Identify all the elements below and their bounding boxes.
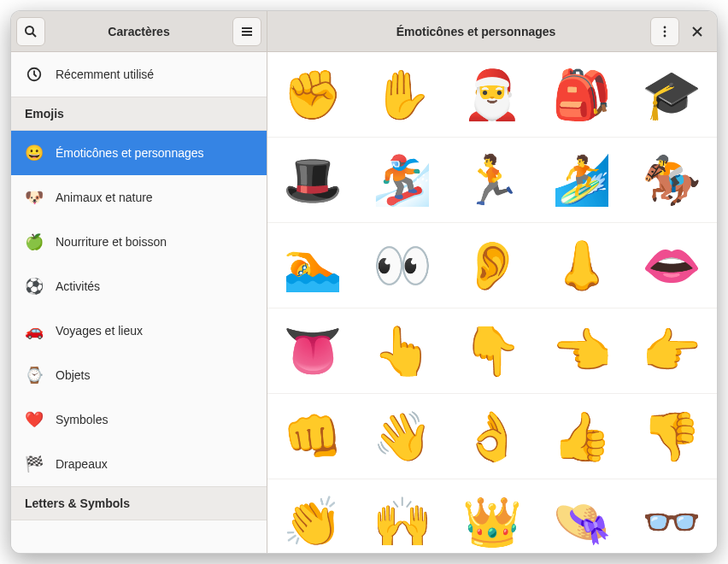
sidebar-item-label: Activités (56, 279, 100, 293)
emoji-cell[interactable]: 🏃 (447, 138, 537, 223)
app-window: Caractères Émoticônes et personnages Réc… (10, 10, 718, 554)
cat-animals[interactable]: 🐶Animaux et nature (11, 175, 267, 220)
cat-food[interactable]: 🍏Nourriture et boisson (11, 220, 267, 264)
emoji-cell[interactable]: 👋 (357, 394, 447, 479)
emoji-cell[interactable]: 👀 (357, 223, 447, 308)
sidebar-item-label: Drapeaux (56, 457, 108, 471)
emoji-grid: ✊✋🎅🎒🎓🎩🏂🏃🏄🏇🏊👀👂👃👄👅👆👇👈👉👊👋👌👍👎👏🙌👑👒👓 (267, 52, 717, 553)
svg-point-5 (664, 26, 666, 28)
close-icon (690, 25, 704, 38)
cat-travel[interactable]: 🚗Voyages et lieux (11, 308, 267, 353)
emoji-cell[interactable]: 👄 (627, 223, 717, 308)
emoji-cell[interactable]: 🙌 (357, 479, 447, 553)
cat-objects[interactable]: ⌚Objets (11, 353, 267, 397)
emoji-cell[interactable]: 👓 (627, 479, 717, 553)
sidebar-item-label: Objets (56, 368, 90, 382)
close-button[interactable] (683, 17, 712, 46)
headerbar: Caractères Émoticônes et personnages (11, 11, 717, 52)
sidebar-item-recent[interactable]: Récemment utilisé (11, 52, 267, 97)
cat-food-icon: 🍏 (25, 232, 44, 251)
svg-point-0 (26, 26, 33, 34)
sidebar-item-label: Émoticônes et personnages (56, 146, 204, 160)
emoji-cell[interactable]: 👌 (447, 394, 537, 479)
headerbar-content: Émoticônes et personnages (267, 11, 717, 51)
sidebar-section-letters: Letters & Symbols (11, 486, 267, 520)
svg-point-6 (664, 30, 666, 32)
cat-flags-icon: 🏁 (25, 455, 44, 473)
emoji-cell[interactable]: 👃 (537, 223, 627, 308)
sidebar-item-label: Nourriture et boisson (56, 235, 167, 249)
emoji-cell[interactable]: 🏄 (537, 138, 627, 223)
hamburger-icon (240, 25, 254, 38)
search-icon (24, 25, 38, 38)
clock-icon (25, 65, 44, 84)
view-menu-button[interactable] (650, 17, 679, 46)
primary-menu-button[interactable] (232, 17, 261, 46)
emoji-cell[interactable]: 🎩 (267, 138, 357, 223)
sidebar-item-label: Animaux et nature (56, 191, 153, 204)
cat-flags[interactable]: 🏁Drapeaux (11, 442, 267, 486)
cat-smileys-icon: 😀 (25, 144, 44, 162)
headerbar-sidebar: Caractères (11, 11, 267, 51)
cat-activities[interactable]: ⚽Activités (11, 264, 267, 308)
emoji-cell[interactable]: 👇 (447, 308, 537, 394)
cat-symbols[interactable]: ❤️Symboles (11, 397, 267, 442)
emoji-cell[interactable]: 👒 (537, 479, 627, 553)
emoji-cell[interactable]: 👑 (447, 479, 537, 553)
sidebar-section-emojis: Emojis (11, 97, 267, 131)
svg-line-1 (32, 33, 36, 37)
sidebar-title: Caractères (49, 25, 229, 38)
emoji-cell[interactable]: 👅 (267, 308, 357, 394)
emoji-cell[interactable]: 🏊 (267, 223, 357, 308)
cat-smileys[interactable]: 😀Émoticônes et personnages (11, 131, 267, 175)
emoji-cell[interactable]: ✊ (267, 52, 357, 138)
sidebar: Récemment utilisé Emojis 😀Émoticônes et … (11, 52, 267, 553)
emoji-cell[interactable]: 👈 (537, 308, 627, 394)
emoji-cell[interactable]: 👆 (357, 308, 447, 394)
emoji-cell[interactable]: 👂 (447, 223, 537, 308)
emoji-cell[interactable]: 🏇 (627, 138, 717, 223)
emoji-cell[interactable]: 🎅 (447, 52, 537, 138)
cat-animals-icon: 🐶 (25, 188, 44, 207)
content-area: ✊✋🎅🎒🎓🎩🏂🏃🏄🏇🏊👀👂👃👄👅👆👇👈👉👊👋👌👍👎👏🙌👑👒👓 (267, 52, 717, 553)
body: Récemment utilisé Emojis 😀Émoticônes et … (11, 52, 717, 553)
sidebar-item-label: Voyages et lieux (56, 324, 143, 338)
emoji-cell[interactable]: 👉 (627, 308, 717, 394)
sidebar-item-label: Symboles (56, 413, 108, 426)
emoji-cell[interactable]: 👍 (537, 394, 627, 479)
emoji-cell[interactable]: 👊 (267, 394, 357, 479)
content-title: Émoticônes et personnages (305, 25, 647, 38)
cat-objects-icon: ⌚ (25, 366, 44, 385)
emoji-cell[interactable]: 🏂 (357, 138, 447, 223)
emoji-cell[interactable]: 🎒 (537, 52, 627, 138)
emoji-cell[interactable]: 👏 (267, 479, 357, 553)
sidebar-item-label: Récemment utilisé (56, 68, 154, 81)
emoji-cell[interactable]: ✋ (357, 52, 447, 138)
search-button[interactable] (16, 17, 45, 46)
cat-activities-icon: ⚽ (25, 277, 44, 296)
svg-point-7 (664, 34, 666, 37)
emoji-cell[interactable]: 👎 (627, 394, 717, 479)
kebab-icon (658, 25, 672, 38)
cat-travel-icon: 🚗 (25, 321, 44, 340)
cat-symbols-icon: ❤️ (25, 410, 44, 429)
emoji-cell[interactable]: 🎓 (627, 52, 717, 138)
